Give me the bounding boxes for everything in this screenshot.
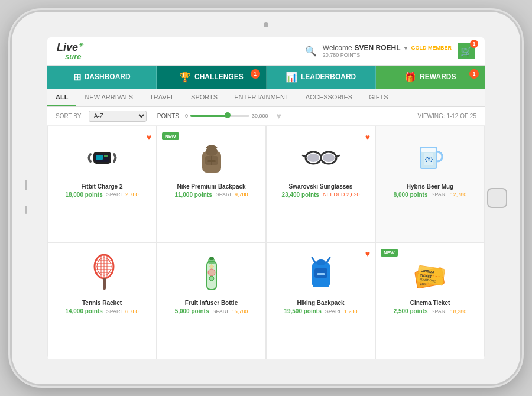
product-fitbit[interactable]: ♥ Fitbit Charge 2 18,000 points SPARE 2,…	[47, 126, 157, 243]
cat-travel[interactable]: TRAVEL	[141, 89, 183, 106]
cart-button[interactable]: 🛒 1	[458, 43, 475, 59]
bottle-svg	[191, 252, 232, 293]
welcome-label: Welcome	[323, 44, 352, 52]
points-display: 20,780 POINTS	[323, 52, 361, 58]
svg-rect-34	[209, 257, 214, 260]
product-image-sunglasses: ♥	[271, 132, 370, 180]
toolbar: SORT BY: A-Z Z-A Price Low-High Price Hi…	[47, 107, 485, 126]
cat-gifts[interactable]: GIFTS	[361, 89, 396, 106]
sort-select[interactable]: A-Z Z-A Price Low-High Price High-Low	[89, 111, 147, 122]
tablet-home-button[interactable]	[487, 188, 507, 208]
user-info: Welcome SVEN ROEHL ▼ GOLD MEMBER 20,780 …	[323, 44, 452, 58]
svg-point-35	[208, 269, 215, 276]
tablet-volume-button-2	[25, 206, 27, 214]
svg-point-37	[210, 265, 213, 268]
fitbit-spare: SPARE 2,780	[106, 191, 139, 197]
product-beer-mug[interactable]: {Y} Hybris Beer Mug 8,000 points SPARE 1…	[375, 126, 485, 243]
product-image-cinema: NEW CINEMA TICKET ADMIT ONE	[381, 249, 479, 296]
svg-rect-3	[104, 155, 108, 157]
challenges-icon: 🏆	[179, 72, 191, 83]
challenges-badge: 1	[251, 69, 260, 79]
backpack-new-badge: NEW	[162, 132, 179, 140]
logo-live: Live☀	[57, 42, 83, 53]
dashboard-label: DASHBOARD	[85, 73, 131, 81]
dashboard-icon: ⊞	[73, 72, 81, 83]
slider-track	[190, 115, 249, 117]
tab-rewards[interactable]: 🎁 REWARDS 1	[376, 66, 485, 89]
beer-mug-svg: {Y}	[410, 135, 451, 177]
svg-rect-9	[207, 160, 216, 162]
viewing-count: VIEWING: 1-12 OF 25	[418, 113, 477, 119]
svg-line-43	[312, 258, 315, 262]
tablet-camera	[264, 22, 268, 27]
fitbit-name: Fitbit Charge 2	[81, 183, 122, 190]
sunglasses-heart-icon[interactable]: ♥	[365, 132, 370, 142]
challenges-label: CHALLENGES	[194, 73, 244, 81]
beer-mug-name: Hybris Beer Mug	[407, 183, 453, 190]
sunglasses-name: Swarovski Sunglasses	[289, 183, 353, 190]
favorite-filter-icon[interactable]: ♥	[277, 111, 281, 121]
tennis-svg	[82, 252, 123, 293]
svg-point-13	[323, 154, 335, 162]
cat-all[interactable]: ALL	[47, 89, 76, 106]
hiking-spare: SPARE 1,280	[325, 309, 358, 314]
product-image-tennis	[53, 249, 151, 296]
tablet-frame: Live☀ sure 🔍 Welcome SVEN ROEHL ▼ GOLD M…	[12, 12, 520, 384]
rewards-icon: 🎁	[404, 72, 416, 83]
product-backpack[interactable]: NEW Nike Premium Backpack 11,000 points …	[157, 126, 266, 243]
cat-sports[interactable]: SPORTS	[183, 89, 226, 106]
hiking-points: 19,500 points	[284, 308, 321, 314]
tennis-name: Tennis Racket	[82, 300, 122, 306]
backpack-spare: SPARE 9,780	[216, 191, 248, 197]
backpack-name: Nike Premium Backpack	[177, 183, 245, 190]
points-filter-label: POINTS	[157, 113, 179, 119]
slider-max: 30,000	[252, 113, 268, 119]
cat-new-arrivals[interactable]: NEW ARRIVALS	[76, 89, 141, 106]
cart-badge: 1	[470, 40, 478, 48]
backpack-svg	[191, 135, 232, 177]
svg-rect-2	[96, 155, 103, 160]
bottle-name: Fruit Infuser Bottle	[185, 300, 238, 306]
svg-rect-31	[103, 278, 106, 290]
product-grid: ♥ Fitbit Charge 2 18,000 points SPARE 2,…	[47, 126, 485, 359]
slider-thumb[interactable]	[225, 112, 231, 118]
screen: Live☀ sure 🔍 Welcome SVEN ROEHL ▼ GOLD M…	[47, 37, 485, 359]
product-tennis[interactable]: Tennis Racket 14,000 points SPARE 6,780	[47, 242, 157, 359]
bottle-points: 5,000 points	[175, 308, 209, 314]
fitbit-heart-icon[interactable]: ♥	[147, 132, 151, 142]
search-icon[interactable]: 🔍	[305, 46, 317, 57]
user-name: SVEN ROEHL	[355, 44, 401, 52]
tab-dashboard[interactable]: ⊞ DASHBOARD	[47, 66, 157, 89]
cat-accessories[interactable]: ACCESSORIES	[297, 89, 361, 106]
logo-sure: sure	[65, 53, 83, 60]
hiking-heart-icon[interactable]: ♥	[365, 249, 370, 258]
cat-entertainment[interactable]: ENTERTAINMENT	[226, 89, 297, 106]
svg-rect-41	[317, 273, 325, 275]
product-sunglasses[interactable]: ♥ Swarovski Sunglasses 23,400 points NEE…	[266, 126, 375, 243]
hiking-name: Hiking Backpack	[297, 300, 344, 306]
hiking-svg	[300, 252, 342, 293]
svg-point-42	[316, 259, 326, 265]
leaderboard-label: LEADERBOARD	[301, 73, 356, 81]
sunglasses-svg	[300, 135, 342, 177]
tab-challenges[interactable]: 🏆 CHALLENGES 1	[157, 66, 266, 89]
rewards-badge: 1	[469, 69, 479, 79]
leaderboard-icon: 📊	[286, 72, 297, 83]
product-cinema[interactable]: NEW CINEMA TICKET ADMIT ONE	[375, 242, 485, 359]
product-hiking-pack[interactable]: ♥ Hiking Backpack 19,500 points SPARE 1,…	[266, 242, 375, 359]
svg-point-36	[209, 276, 214, 281]
svg-line-44	[327, 258, 330, 262]
fitbit-svg	[82, 135, 123, 177]
svg-rect-18	[421, 148, 436, 152]
svg-point-12	[307, 154, 319, 162]
member-badge: GOLD MEMBER	[411, 45, 452, 51]
header: Live☀ sure 🔍 Welcome SVEN ROEHL ▼ GOLD M…	[47, 37, 485, 66]
sort-label: SORT BY:	[56, 113, 83, 119]
category-tabs: ALL NEW ARRIVALS TRAVEL SPORTS ENTERTAIN…	[47, 89, 485, 107]
product-bottle[interactable]: Fruit Infuser Bottle 5,000 points SPARE …	[157, 242, 266, 359]
tab-leaderboard[interactable]: 📊 LEADERBOARD	[267, 66, 376, 89]
tennis-points: 14,000 points	[65, 308, 102, 314]
product-image-beer-mug: {Y}	[381, 132, 479, 180]
rewards-label: REWARDS	[420, 73, 456, 81]
points-slider[interactable]: 0 30,000	[185, 113, 268, 119]
